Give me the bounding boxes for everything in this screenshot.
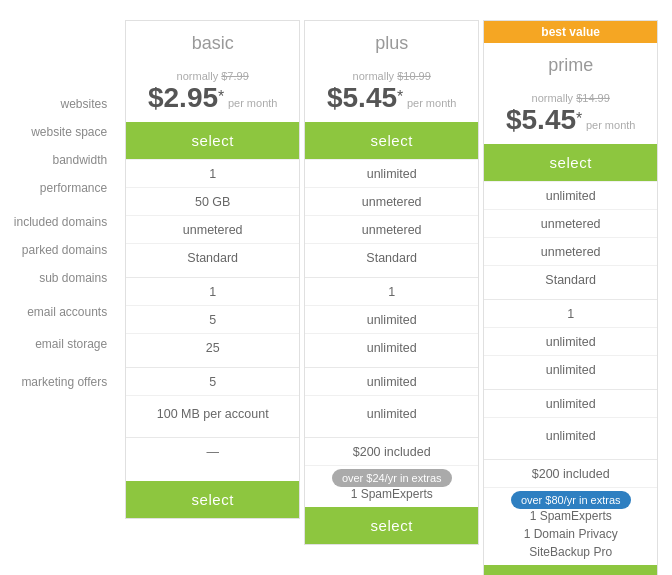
basic-websites: 1	[126, 159, 299, 187]
basic-asterisk: *	[218, 88, 224, 105]
plus-features: unlimited unmetered unmetered Standard 1…	[305, 159, 478, 465]
label-sub-domains: sub domains	[14, 264, 115, 292]
prime-select-bottom-button[interactable]: select	[484, 565, 657, 575]
plan-basic: basic normally $7.99 $2.95* per month se…	[125, 20, 300, 519]
basic-price: $2.95* per month	[131, 82, 294, 114]
basic-per-month: per month	[228, 97, 278, 109]
prime-performance: Standard	[484, 265, 657, 293]
prime-parked-domains: unlimited	[484, 327, 657, 355]
prime-plan-name: prime	[484, 43, 657, 82]
basic-marketing-offers: —	[126, 437, 299, 465]
plus-extras-section: over $24/yr in extras 1 SpamExperts	[305, 465, 478, 507]
plus-email-storage: unlimited	[305, 395, 478, 431]
plus-extras-badge: over $24/yr in extras	[332, 469, 452, 487]
feature-labels: websites website space bandwidth perform…	[14, 20, 125, 396]
plus-normally: normally $10.99	[310, 70, 473, 82]
plans-container: websites website space bandwidth perform…	[10, 20, 662, 575]
label-marketing-offers: marketing offers	[14, 368, 115, 396]
basic-plan-name: basic	[126, 21, 299, 60]
label-email-accounts: email accounts	[14, 298, 115, 326]
prime-sub-domains: unlimited	[484, 355, 657, 383]
basic-email-accounts: 5	[126, 367, 299, 395]
prime-domain-privacy: 1 Domain Privacy	[484, 525, 657, 543]
plus-marketing-offers: $200 included	[305, 437, 478, 465]
plus-website-space: unmetered	[305, 187, 478, 215]
basic-normally: normally $7.99	[131, 70, 294, 82]
prime-features: unlimited unmetered unmetered Standard 1…	[484, 181, 657, 487]
prime-email-storage: unlimited	[484, 417, 657, 453]
plus-parked-domains: unlimited	[305, 305, 478, 333]
plus-select-top-button[interactable]: select	[305, 122, 478, 159]
prime-spam-experts: 1 SpamExperts	[484, 507, 657, 525]
prime-extras-section: over $80/yr in extras 1 SpamExperts 1 Do…	[484, 487, 657, 565]
prime-marketing-offers: $200 included	[484, 459, 657, 487]
prime-price: $5.45* per month	[489, 104, 652, 136]
prime-original-price: $14.99	[576, 92, 610, 104]
basic-features: 1 50 GB unmetered Standard 1 5 25 5 100 …	[126, 159, 299, 465]
plus-price-area: normally $10.99 $5.45* per month	[305, 60, 478, 122]
prime-email-accounts: unlimited	[484, 389, 657, 417]
plus-price: $5.45* per month	[310, 82, 473, 114]
basic-price-area: normally $7.99 $2.95* per month	[126, 60, 299, 122]
basic-sub-domains: 25	[126, 333, 299, 361]
plus-included-domains: 1	[305, 277, 478, 305]
plus-bandwidth: unmetered	[305, 215, 478, 243]
basic-included-domains: 1	[126, 277, 299, 305]
prime-extras-badge: over $80/yr in extras	[511, 491, 631, 509]
prime-normally: normally $14.99	[489, 92, 652, 104]
prime-website-space: unmetered	[484, 209, 657, 237]
prime-included-domains: 1	[484, 299, 657, 327]
plan-prime: best value prime normally $14.99 $5.45* …	[483, 20, 658, 575]
label-parked-domains: parked domains	[14, 236, 115, 264]
basic-bottom-spacer	[126, 465, 299, 481]
plus-per-month: per month	[407, 97, 457, 109]
prime-price-area: normally $14.99 $5.45* per month	[484, 82, 657, 144]
plus-asterisk: *	[397, 88, 403, 105]
plan-plus: plus normally $10.99 $5.45* per month se…	[304, 20, 479, 545]
basic-performance: Standard	[126, 243, 299, 271]
label-website-space: website space	[14, 118, 115, 146]
label-email-storage: email storage	[14, 326, 115, 362]
prime-websites: unlimited	[484, 181, 657, 209]
basic-original-price: $7.99	[221, 70, 249, 82]
prime-bandwidth: unmetered	[484, 237, 657, 265]
prime-sitebackup: SiteBackup Pro	[484, 543, 657, 561]
plus-spam-experts: 1 SpamExperts	[305, 485, 478, 503]
prime-best-value-badge: best value	[484, 21, 657, 43]
plus-email-accounts: unlimited	[305, 367, 478, 395]
label-included-domains: included domains	[14, 208, 115, 236]
plus-original-price: $10.99	[397, 70, 431, 82]
plus-sub-domains: unlimited	[305, 333, 478, 361]
label-websites: websites	[14, 90, 115, 118]
label-bandwidth: bandwidth	[14, 146, 115, 174]
prime-per-month: per month	[586, 119, 636, 131]
plus-select-bottom-button[interactable]: select	[305, 507, 478, 544]
prime-select-top-button[interactable]: select	[484, 144, 657, 181]
basic-website-space: 50 GB	[126, 187, 299, 215]
plus-plan-name: plus	[305, 21, 478, 60]
basic-parked-domains: 5	[126, 305, 299, 333]
plus-websites: unlimited	[305, 159, 478, 187]
basic-email-storage: 100 MB per account	[126, 395, 299, 431]
basic-bandwidth: unmetered	[126, 215, 299, 243]
label-performance: performance	[14, 174, 115, 202]
plus-performance: Standard	[305, 243, 478, 271]
basic-select-top-button[interactable]: select	[126, 122, 299, 159]
basic-select-bottom-button[interactable]: select	[126, 481, 299, 518]
prime-asterisk: *	[576, 110, 582, 127]
